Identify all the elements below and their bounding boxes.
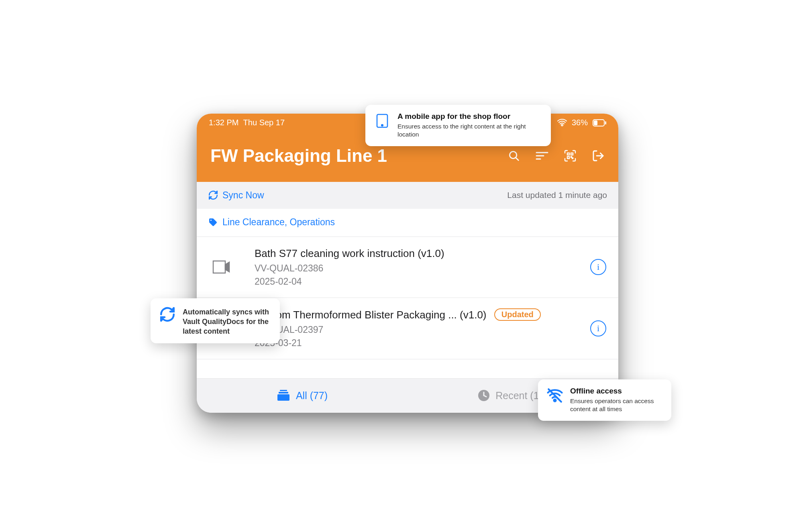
updated-badge: Updated (494, 308, 541, 321)
tab-all-label: All (77) (296, 390, 328, 402)
document-row[interactable]: Bath S77 cleaning work instruction (v1.0… (197, 237, 618, 298)
callout-desc: Automatically syncs with Vault QualityDo… (183, 307, 271, 336)
document-version: (v1.0) (418, 247, 444, 259)
callout-desc: Ensures access to the right content at t… (397, 122, 542, 139)
svg-rect-12 (572, 158, 573, 159)
svg-rect-11 (571, 157, 572, 157)
document-version: (v1.0) (460, 309, 486, 321)
battery-pct: 36% (572, 118, 588, 127)
sort-icon[interactable] (536, 149, 548, 162)
svg-rect-10 (567, 157, 569, 159)
sync-icon (208, 190, 218, 200)
document-id: VV-QUAL-02386 (255, 263, 590, 274)
info-button[interactable]: i (590, 320, 606, 336)
document-date: 2025-02-04 (255, 276, 590, 287)
wifi-icon (557, 119, 567, 127)
sync-now-button[interactable]: Sync Now (208, 190, 264, 201)
tags-text: Line Clearance, Operations (222, 217, 335, 228)
callout-desc: Ensures operators can access content at … (570, 397, 662, 414)
tags-row[interactable]: Line Clearance, Operations (197, 209, 618, 237)
svg-rect-22 (280, 390, 287, 391)
status-date: Thu Sep 17 (243, 118, 285, 127)
document-id: VV-QUAL-02397 (255, 324, 590, 335)
callout-title: Offline access (570, 387, 662, 395)
document-title: Custom Thermoformed Blister Packaging ..… (255, 309, 457, 321)
tag-icon (208, 217, 218, 227)
svg-rect-9 (571, 153, 573, 155)
svg-rect-2 (605, 121, 606, 124)
video-icon (210, 260, 232, 274)
logout-icon[interactable] (592, 149, 605, 162)
svg-point-25 (381, 124, 383, 126)
document-title: Bath S77 cleaning work instruction (255, 247, 415, 259)
qr-scan-icon[interactable] (564, 149, 577, 162)
svg-line-4 (516, 158, 518, 160)
callout-auto-sync: Automatically syncs with Vault QualityDo… (151, 298, 280, 344)
wifi-off-icon (546, 387, 564, 404)
svg-rect-21 (279, 392, 288, 393)
svg-rect-1 (594, 120, 597, 125)
last-updated-text: Last updated 1 minute ago (507, 190, 607, 200)
svg-rect-20 (277, 394, 289, 401)
callout-offline: Offline access Ensures operators can acc… (538, 379, 671, 421)
svg-point-26 (554, 399, 556, 401)
tablet-frame: 1:32 PM Thu Sep 17 36% FW Packaging Line… (197, 114, 618, 413)
info-button[interactable]: i (590, 259, 606, 275)
callout-title: A mobile app for the shop floor (397, 112, 542, 121)
page-title: FW Packaging Line 1 (210, 146, 387, 166)
battery-icon (593, 119, 606, 126)
sync-icon (159, 306, 176, 323)
svg-rect-14 (213, 261, 225, 273)
svg-rect-8 (567, 153, 569, 155)
tab-all[interactable]: All (77) (197, 379, 408, 413)
sync-row: Sync Now Last updated 1 minute ago (197, 182, 618, 209)
document-date: 2025-03-21 (255, 338, 590, 349)
callout-mobile-app: A mobile app for the shop floor Ensures … (365, 105, 551, 147)
stack-icon (277, 389, 290, 402)
status-time: 1:32 PM (209, 118, 238, 127)
tablet-icon (373, 112, 391, 130)
search-icon[interactable] (507, 149, 520, 162)
clock-icon (478, 389, 490, 402)
sync-now-label: Sync Now (222, 190, 264, 201)
svg-marker-15 (225, 262, 229, 272)
